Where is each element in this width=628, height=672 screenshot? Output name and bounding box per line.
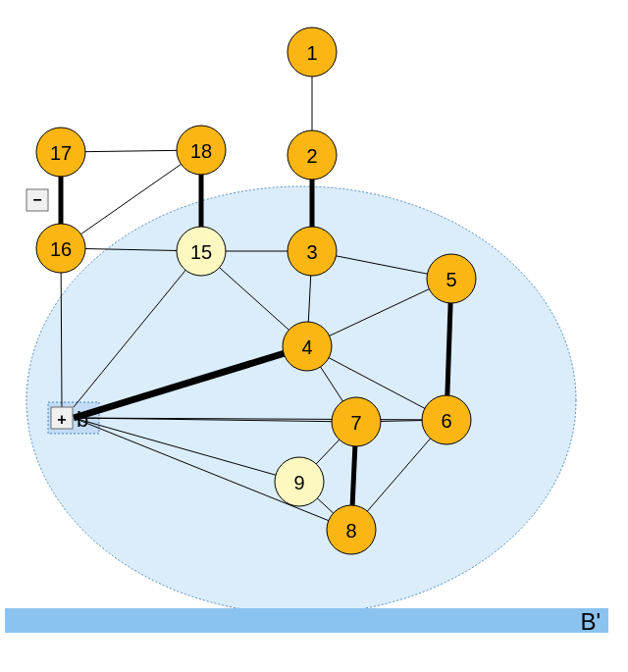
node-label: 15 xyxy=(190,241,212,263)
node-1[interactable]: 1 xyxy=(288,27,337,77)
plus-icon: + xyxy=(57,411,66,428)
node-label: 1 xyxy=(306,42,317,64)
node-5[interactable]: 5 xyxy=(427,254,476,303)
node-16[interactable]: 16 xyxy=(36,224,85,273)
expand-cluster-button[interactable]: + xyxy=(51,407,73,429)
collapse-cluster-button[interactable]: − xyxy=(26,189,48,211)
node-18[interactable]: 18 xyxy=(177,126,226,175)
node-label: 8 xyxy=(345,520,356,542)
footer-bar xyxy=(5,608,608,633)
node-15[interactable]: 15 xyxy=(177,227,226,276)
node-6[interactable]: 6 xyxy=(422,395,471,444)
node-17[interactable]: 17 xyxy=(36,128,85,177)
node-label: 17 xyxy=(50,142,72,164)
node-4[interactable]: 4 xyxy=(283,322,332,371)
node-7[interactable]: 7 xyxy=(332,397,381,446)
node-label: 4 xyxy=(301,336,312,358)
cluster-b-label: b xyxy=(77,407,88,432)
footer-label: B' xyxy=(580,608,601,635)
node-3[interactable]: 3 xyxy=(288,227,337,276)
node-label: 3 xyxy=(306,241,317,263)
node-label: 16 xyxy=(50,238,72,260)
node-2[interactable]: 2 xyxy=(288,130,337,180)
node-label: 6 xyxy=(441,410,451,432)
node-label: 9 xyxy=(293,472,304,493)
node-9[interactable]: 9 xyxy=(275,457,324,506)
minus-icon: − xyxy=(32,191,41,208)
node-label: 7 xyxy=(350,412,361,434)
node-8[interactable]: 8 xyxy=(327,505,376,554)
node-label: 2 xyxy=(306,145,317,167)
node-label: 18 xyxy=(190,140,212,162)
node-label: 5 xyxy=(445,269,456,290)
